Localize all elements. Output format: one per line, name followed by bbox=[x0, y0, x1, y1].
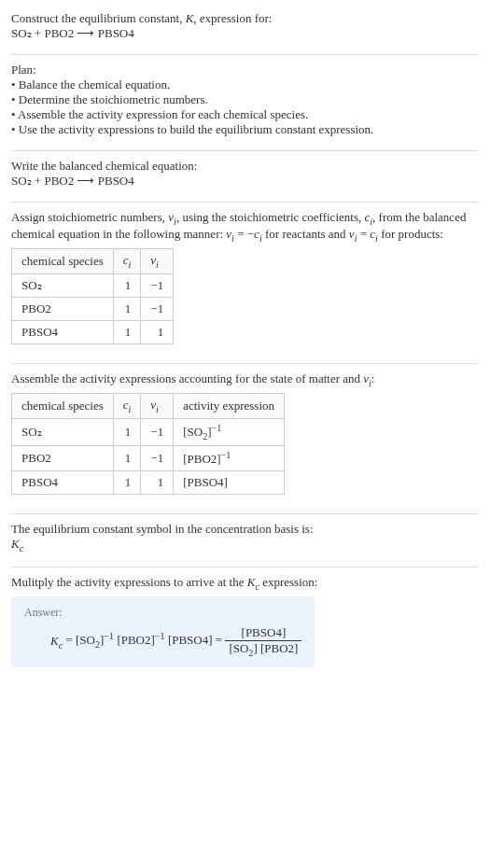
cell-vi: 1 bbox=[141, 471, 174, 495]
activity-text: Assemble the activity expressions accoun… bbox=[11, 371, 479, 388]
cell-expr: [SO2]−1 bbox=[174, 418, 285, 445]
frac-numerator: [PBSO4] bbox=[225, 625, 301, 641]
col-ci: ci bbox=[113, 394, 141, 419]
cell-ci: 1 bbox=[113, 471, 141, 495]
cell-species: PBO2 bbox=[12, 445, 114, 470]
col-vi: νi bbox=[141, 249, 174, 274]
col-species: chemical species bbox=[12, 249, 114, 274]
divider bbox=[11, 363, 479, 364]
divider bbox=[11, 567, 479, 567]
table-row: PBO2 1 −1 bbox=[12, 297, 174, 320]
plan-item: • Assemble the activity expression for e… bbox=[11, 107, 479, 122]
cell-expr: [PBSO4] bbox=[174, 471, 285, 495]
col-ci: ci bbox=[113, 249, 141, 274]
stoich-section: Assign stoichiometric numbers, νi, using… bbox=[11, 206, 479, 359]
table-header-row: chemical species ci νi bbox=[12, 249, 174, 274]
table-row: SO₂ 1 −1 [SO2]−1 bbox=[12, 418, 285, 445]
activity-section: Assemble the activity expressions accoun… bbox=[11, 368, 479, 510]
cell-ci: 1 bbox=[113, 418, 141, 445]
col-species: chemical species bbox=[12, 394, 114, 419]
cell-ci: 1 bbox=[113, 320, 141, 343]
table-header-row: chemical species ci νi activity expressi… bbox=[12, 394, 285, 419]
divider bbox=[11, 54, 479, 55]
cell-ci: 1 bbox=[113, 445, 141, 470]
divider bbox=[11, 513, 479, 514]
multiply-section: Mulitply the activity expressions to arr… bbox=[11, 571, 479, 682]
intro-equation: SO₂ + PBO2 ⟶ PBSO4 bbox=[11, 26, 479, 41]
plan-section: Plan: • Balance the chemical equation. •… bbox=[11, 59, 479, 147]
cell-expr: [PBO2]−1 bbox=[174, 445, 285, 470]
cell-vi: −1 bbox=[141, 273, 174, 297]
activity-table: chemical species ci νi activity expressi… bbox=[11, 393, 285, 495]
divider bbox=[11, 202, 479, 203]
cell-vi: −1 bbox=[141, 418, 174, 445]
table-row: PBSO4 1 1 [PBSO4] bbox=[12, 471, 285, 495]
cell-ci: 1 bbox=[113, 297, 141, 320]
col-expr: activity expression bbox=[174, 394, 285, 419]
intro-section: Construct the equilibrium constant, K, e… bbox=[11, 7, 479, 50]
cell-vi: 1 bbox=[141, 320, 174, 343]
balanced-heading: Write the balanced chemical equation: bbox=[11, 159, 479, 174]
intro-line: Construct the equilibrium constant, K, e… bbox=[11, 11, 479, 26]
col-vi: νi bbox=[141, 394, 174, 419]
cell-species: PBO2 bbox=[12, 297, 114, 320]
answer-expression: Kc = [SO2]−1 [PBO2]−1 [PBSO4] = [PBSO4] … bbox=[24, 625, 301, 658]
cell-ci: 1 bbox=[113, 273, 141, 297]
stoich-table: chemical species ci νi SO₂ 1 −1 PBO2 1 −… bbox=[11, 248, 174, 344]
symbol-line1: The equilibrium constant symbol in the c… bbox=[11, 522, 479, 537]
table-row: PBO2 1 −1 [PBO2]−1 bbox=[12, 445, 285, 470]
balanced-equation: SO₂ + PBO2 ⟶ PBSO4 bbox=[11, 174, 479, 189]
stoich-text: Assign stoichiometric numbers, νi, using… bbox=[11, 210, 479, 243]
cell-species: SO₂ bbox=[12, 273, 114, 297]
plan-heading: Plan: bbox=[11, 63, 479, 77]
divider bbox=[11, 150, 479, 151]
answer-box: Answer: Kc = [SO2]−1 [PBO2]−1 [PBSO4] = … bbox=[11, 596, 315, 667]
frac-denominator: [SO2] [PBO2] bbox=[225, 641, 301, 658]
cell-species: PBSO4 bbox=[12, 471, 114, 495]
table-row: SO₂ 1 −1 bbox=[12, 273, 174, 297]
plan-item: • Use the activity expressions to build … bbox=[11, 122, 479, 137]
symbol-section: The equilibrium constant symbol in the c… bbox=[11, 518, 479, 563]
plan-item: • Determine the stoichiometric numbers. bbox=[11, 92, 479, 107]
cell-species: SO₂ bbox=[12, 418, 114, 445]
table-row: PBSO4 1 1 bbox=[12, 320, 174, 343]
symbol-line2: Kc bbox=[11, 537, 479, 553]
answer-label: Answer: bbox=[24, 606, 301, 620]
cell-vi: −1 bbox=[141, 297, 174, 320]
cell-species: PBSO4 bbox=[12, 320, 114, 343]
balanced-section: Write the balanced chemical equation: SO… bbox=[11, 155, 479, 198]
plan-item: • Balance the chemical equation. bbox=[11, 77, 479, 92]
answer-fraction: [PBSO4] [SO2] [PBO2] bbox=[225, 625, 301, 658]
multiply-text: Mulitply the activity expressions to arr… bbox=[11, 575, 479, 592]
cell-vi: −1 bbox=[141, 445, 174, 470]
